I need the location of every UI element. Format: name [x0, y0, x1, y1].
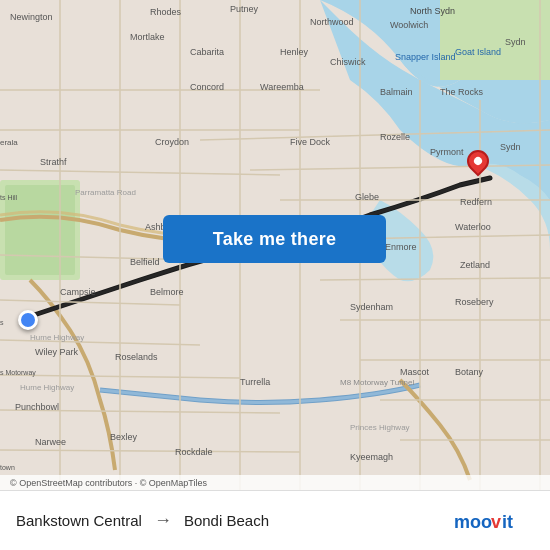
- svg-text:Mortlake: Mortlake: [130, 32, 165, 42]
- svg-text:© OpenStreetMap contributors ·: © OpenStreetMap contributors · © OpenMap…: [10, 478, 208, 488]
- svg-text:Waterloo: Waterloo: [455, 222, 491, 232]
- take-me-there-button[interactable]: Take me there: [163, 215, 386, 263]
- svg-text:Narwee: Narwee: [35, 437, 66, 447]
- svg-text:Strathf: Strathf: [40, 157, 67, 167]
- svg-text:The Rocks: The Rocks: [440, 87, 484, 97]
- svg-text:Zetland: Zetland: [460, 260, 490, 270]
- footer-from: Bankstown Central: [16, 512, 142, 529]
- svg-text:Punchbowl: Punchbowl: [15, 402, 59, 412]
- footer-arrow: →: [154, 510, 172, 531]
- svg-text:Wareemba: Wareemba: [260, 82, 304, 92]
- svg-text:Hume Highway: Hume Highway: [30, 333, 84, 342]
- svg-text:Putney: Putney: [230, 4, 259, 14]
- svg-rect-3: [440, 0, 550, 80]
- svg-text:Woolwich: Woolwich: [390, 20, 428, 30]
- svg-text:Rozelle: Rozelle: [380, 132, 410, 142]
- map-container: Newington Rhodes Putney North Sydn North…: [0, 0, 550, 490]
- svg-text:Pyrmont: Pyrmont: [430, 147, 464, 157]
- footer-to: Bondi Beach: [184, 512, 269, 529]
- origin-marker: [18, 310, 38, 330]
- svg-text:Roselands: Roselands: [115, 352, 158, 362]
- svg-text:Glebe: Glebe: [355, 192, 379, 202]
- svg-text:Bexley: Bexley: [110, 432, 138, 442]
- svg-text:v: v: [491, 512, 501, 532]
- svg-text:Croydon: Croydon: [155, 137, 189, 147]
- svg-text:Belfield: Belfield: [130, 257, 160, 267]
- svg-text:Campsie: Campsie: [60, 287, 96, 297]
- svg-text:Goat Island: Goat Island: [455, 47, 501, 57]
- svg-text:M8 Motorway Tunnel: M8 Motorway Tunnel: [340, 378, 414, 387]
- svg-text:Northwood: Northwood: [310, 17, 354, 27]
- svg-text:Hume Highway: Hume Highway: [20, 383, 74, 392]
- svg-text:Newington: Newington: [10, 12, 53, 22]
- svg-text:Kyeemagh: Kyeemagh: [350, 452, 393, 462]
- svg-text:erala: erala: [0, 138, 18, 147]
- svg-text:Wiley Park: Wiley Park: [35, 347, 79, 357]
- svg-text:Henley: Henley: [280, 47, 309, 57]
- svg-text:Parramatta Road: Parramatta Road: [75, 188, 136, 197]
- svg-text:moo: moo: [454, 512, 492, 532]
- svg-text:Rockdale: Rockdale: [175, 447, 213, 457]
- svg-text:Chiswick: Chiswick: [330, 57, 366, 67]
- svg-text:Sydenham: Sydenham: [350, 302, 393, 312]
- svg-text:Mascot: Mascot: [400, 367, 430, 377]
- svg-text:Botany: Botany: [455, 367, 484, 377]
- svg-text:Sydn: Sydn: [500, 142, 521, 152]
- svg-text:Snapper Island: Snapper Island: [395, 52, 456, 62]
- take-me-there-label: Take me there: [213, 229, 337, 250]
- svg-text:Turrella: Turrella: [240, 377, 270, 387]
- svg-text:ts Hill: ts Hill: [0, 194, 18, 201]
- svg-text:Rhodes: Rhodes: [150, 7, 182, 17]
- svg-text:town: town: [0, 464, 15, 471]
- svg-text:Concord: Concord: [190, 82, 224, 92]
- svg-text:Five Dock: Five Dock: [290, 137, 331, 147]
- svg-text:Belmore: Belmore: [150, 287, 184, 297]
- svg-text:Balmain: Balmain: [380, 87, 413, 97]
- svg-text:Rosebery: Rosebery: [455, 297, 494, 307]
- footer: Bankstown Central → Bondi Beach moo v it: [0, 490, 550, 550]
- svg-text:it: it: [502, 512, 513, 532]
- svg-text:Cabarita: Cabarita: [190, 47, 224, 57]
- svg-text:North Sydn: North Sydn: [410, 6, 455, 16]
- svg-text:Sydn: Sydn: [505, 37, 526, 47]
- svg-text:Enmore: Enmore: [385, 242, 417, 252]
- svg-text:s: s: [0, 319, 4, 326]
- svg-text:s Motorway: s Motorway: [0, 369, 36, 377]
- moovit-logo: moo v it: [454, 506, 534, 536]
- svg-text:Redfern: Redfern: [460, 197, 492, 207]
- svg-text:Princes Highway: Princes Highway: [350, 423, 410, 432]
